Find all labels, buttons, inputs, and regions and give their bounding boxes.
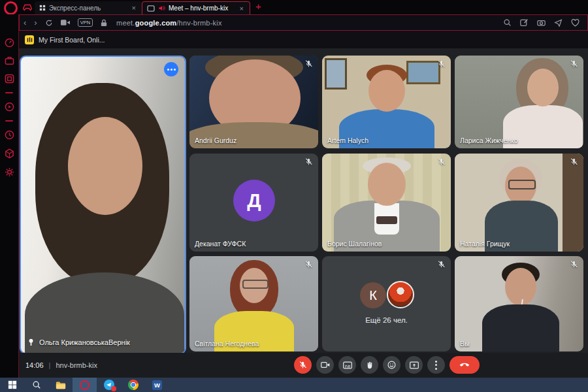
mic-off-icon [304,157,313,166]
browser-tab-strip: Экспресс-панель × Meet – hnv-brmb-kix × … [0,0,588,14]
camera-icon [321,361,330,368]
banner-label: My First Board, Onli... [39,36,105,44]
camera-toggle-button[interactable] [316,356,334,374]
miro-banner[interactable]: My First Board, Onli... [19,31,588,48]
tile-options-button[interactable] [164,62,178,76]
hand-icon [366,361,374,369]
windows-logo-icon [8,380,17,389]
extensions-cube-icon[interactable] [5,148,14,159]
sidebar-divider [5,92,13,93]
chrome-taskbar-button[interactable] [121,378,145,392]
apps-icon[interactable] [5,74,14,84]
vpn-badge[interactable]: VPN [78,18,93,27]
participant-video [322,154,451,252]
participant-name: Лариса Жижченко [460,137,518,144]
photo-shape [505,268,536,306]
opera-logo-icon[interactable] [4,1,18,15]
tab-meet[interactable]: Meet – hnv-brmb-kix × [142,1,250,14]
participant-name: Ольга КрижановськаВернік [27,338,130,346]
back-button[interactable]: ‹ [20,16,30,30]
divider: | [49,361,51,369]
participant-tile[interactable]: Наталія Грищук [455,154,583,252]
participant-video [189,256,318,351]
captions-button[interactable] [338,356,356,374]
meeting-code: hnv-brmb-kix [56,361,97,369]
participant-name: Борис Шалагінов [327,240,382,248]
meeting-info: 14:06 | hnv-brmb-kix [25,353,97,378]
avatar-letter: К [360,282,386,308]
forward-button[interactable]: › [30,16,41,30]
mic-off-icon [570,260,578,269]
toolkit-icon[interactable] [5,56,14,65]
mic-off-icon [437,59,446,68]
history-icon[interactable] [5,130,14,140]
participant-tile-pinned[interactable]: Ольга КрижановськаВернік [20,56,186,354]
participant-name: Andrii Gurduz [195,137,237,144]
participant-video [455,56,583,148]
pin-icon [27,338,35,346]
heart-icon[interactable] [571,19,580,27]
captions-icon [343,361,352,369]
tab-label: Meet – hnv-brmb-kix [169,5,235,12]
participant-tile[interactable]: Лариса Жижченко [455,56,583,148]
word-taskbar-button[interactable]: W [145,378,169,392]
tab-close-icon[interactable]: × [238,5,245,12]
photo-shape [368,70,405,112]
tab-express-panel[interactable]: Экспресс-панель × [35,1,142,14]
miro-icon [25,35,34,44]
raise-hand-button[interactable] [361,356,378,374]
gx-sidebar [0,14,19,378]
send-icon[interactable] [554,18,563,27]
present-icon [410,361,419,369]
mic-toggle-button[interactable] [294,356,312,374]
end-call-button[interactable] [449,356,480,374]
participant-tile[interactable]: Andrii Gurduz [189,56,318,148]
snapshot-icon[interactable] [520,18,529,27]
opera-logo-icon [80,380,90,390]
lock-icon[interactable] [97,19,111,27]
participant-tile[interactable]: Д Деканат ФУФСК [189,154,318,252]
photo-shape [242,280,269,289]
search-icon[interactable] [503,18,512,27]
present-screen-button[interactable] [405,356,423,374]
tab-close-icon[interactable]: × [131,4,137,12]
settings-gear-icon[interactable] [5,167,14,177]
tab-label: Экспресс-панель [49,5,127,12]
camera-permission-icon[interactable] [57,19,74,26]
mic-off-icon [304,260,313,269]
end-call-icon [459,363,470,368]
meeting-time: 14:06 [25,361,44,369]
gx-corner-icon[interactable] [20,0,35,14]
more-participants-tile[interactable]: К Ещё 26 чел. [322,256,451,351]
start-button[interactable] [0,378,24,392]
mic-off-icon [304,59,313,68]
participant-tile[interactable]: Artem Halych [322,56,451,148]
new-tab-button[interactable]: + [250,0,267,14]
participant-name: Artem Halych [327,137,368,144]
taskbar-search-button[interactable] [24,378,48,392]
file-explorer-button[interactable] [48,378,73,392]
windows-taskbar: W [0,378,588,392]
word-icon: W [152,380,162,390]
participant-tile[interactable]: Світлана Негоднева [189,256,318,351]
self-tile[interactable]: Вы [455,256,583,351]
participant-tile[interactable]: Борис Шалагінов [322,154,451,252]
tab-audio-icon[interactable] [158,5,165,12]
grid-icon [39,5,46,11]
speed-dial-icon[interactable] [5,38,14,48]
participant-name: Наталія Грищук [460,240,510,248]
player-icon[interactable] [5,102,14,112]
photo-shape [68,117,142,215]
opera-taskbar-button[interactable] [73,378,97,392]
more-options-button[interactable] [427,356,445,374]
telegram-taskbar-button[interactable] [97,378,121,392]
participant-video [21,57,185,353]
avatar-photo [387,281,414,308]
reactions-button[interactable] [383,356,400,374]
participant-video [455,154,583,252]
camera-icon[interactable] [537,19,546,26]
search-icon [32,380,41,389]
photo-shape [563,154,583,252]
reload-button[interactable] [41,19,57,27]
url-text[interactable]: meet.google.com/hnv-brmb-kix [116,19,221,27]
